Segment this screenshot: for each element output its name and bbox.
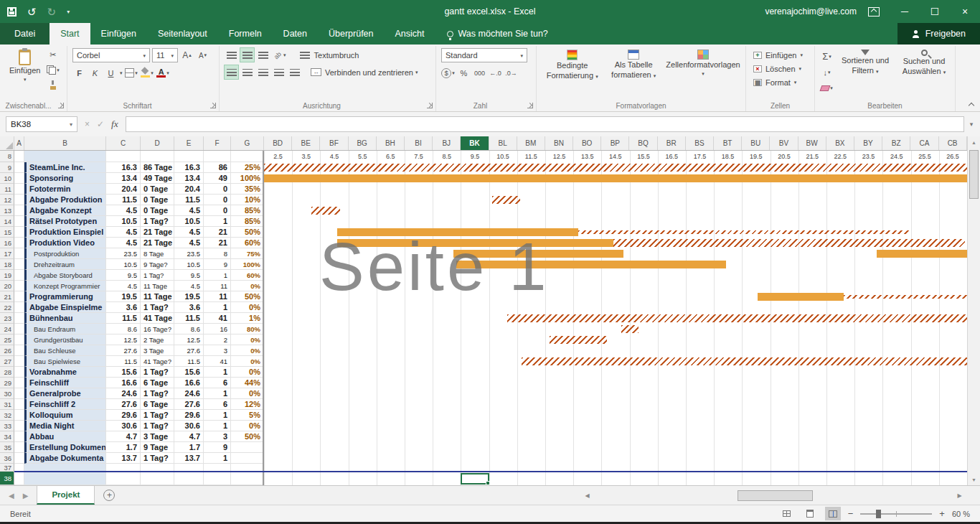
close-button[interactable]: × bbox=[950, 0, 980, 23]
cell-D32[interactable]: 1 Tag? bbox=[141, 410, 174, 421]
cell-F18[interactable]: 9 bbox=[204, 259, 231, 270]
cell-E38[interactable] bbox=[174, 472, 204, 485]
cell-E28[interactable]: 15.6 bbox=[174, 367, 204, 378]
cell-C9[interactable]: 16.3 bbox=[106, 162, 141, 173]
cell-C33[interactable]: 30.6 bbox=[106, 421, 141, 431]
cell-F24[interactable]: 16 bbox=[204, 324, 231, 334]
row-header-14[interactable]: 14 bbox=[0, 216, 14, 227]
cell-G25[interactable]: 0% bbox=[231, 334, 264, 345]
cell-date-BE8[interactable]: 3.5 bbox=[292, 151, 320, 162]
cell-C31[interactable]: 27.6 bbox=[106, 399, 141, 410]
cell-B20[interactable]: Konzept Programmier bbox=[24, 281, 106, 291]
cell-F22[interactable]: 1 bbox=[204, 302, 231, 313]
tell-me-search[interactable]: Was möchten Sie tun? bbox=[447, 23, 548, 45]
cell-A34[interactable] bbox=[14, 431, 24, 442]
cell-date-BT8[interactable]: 18.5 bbox=[714, 151, 742, 162]
formula-input[interactable] bbox=[126, 116, 964, 132]
font-name-select[interactable]: Corbel▾ bbox=[72, 48, 150, 62]
page-layout-view-button[interactable] bbox=[802, 507, 818, 520]
cell-date-BQ8[interactable]: 15.5 bbox=[629, 151, 657, 162]
column-header-BG[interactable]: BG bbox=[349, 136, 377, 150]
column-header-BJ[interactable]: BJ bbox=[433, 136, 461, 150]
cell-B8[interactable] bbox=[24, 151, 106, 162]
dialog-launcher-icon[interactable] bbox=[427, 103, 433, 108]
cell-date-BY8[interactable]: 23.5 bbox=[854, 151, 882, 162]
row-header-17[interactable]: 17 bbox=[0, 248, 14, 259]
cell-A9[interactable] bbox=[14, 162, 24, 173]
tab-seitenlayout[interactable]: Seitenlayout bbox=[147, 23, 218, 45]
cell-G35[interactable] bbox=[231, 442, 264, 453]
column-header-BF[interactable]: BF bbox=[320, 136, 348, 150]
cell-date-BF8[interactable]: 4.5 bbox=[320, 151, 348, 162]
cell-F10[interactable]: 49 bbox=[204, 173, 231, 184]
cell-E10[interactable]: 13.4 bbox=[174, 173, 204, 184]
grow-font-button[interactable]: A▴ bbox=[180, 49, 194, 62]
cell-E11[interactable]: 20.4 bbox=[174, 184, 204, 195]
sheet-area[interactable]: SteamLine Inc.16.386 Tage16.38625%Sponso… bbox=[14, 151, 967, 485]
row-header-12[interactable]: 12 bbox=[0, 195, 14, 205]
cell-A30[interactable] bbox=[14, 388, 24, 399]
cell-D20[interactable]: 11 Tage bbox=[141, 281, 174, 291]
cell-C35[interactable]: 1.7 bbox=[106, 442, 141, 453]
column-header-BY[interactable]: BY bbox=[854, 136, 882, 150]
cell-A31[interactable] bbox=[14, 399, 24, 410]
cell-F30[interactable]: 1 bbox=[204, 388, 231, 399]
cell-E22[interactable]: 3.6 bbox=[174, 302, 204, 313]
cell-A36[interactable] bbox=[14, 453, 24, 464]
cell-F25[interactable]: 2 bbox=[204, 334, 231, 345]
cell-B25[interactable]: Grundgerüstbau bbox=[24, 334, 106, 345]
cell-C11[interactable]: 20.4 bbox=[106, 184, 141, 195]
cell-B27[interactable]: Bau Spielwiese bbox=[24, 356, 106, 367]
select-all-corner[interactable] bbox=[0, 136, 14, 150]
cell-F9[interactable]: 86 bbox=[204, 162, 231, 173]
cell-D22[interactable]: 1 Tag? bbox=[141, 302, 174, 313]
format-cells-button[interactable]: ▦ Format▾ bbox=[751, 75, 811, 89]
row-header-22[interactable]: 22 bbox=[0, 302, 14, 313]
zoom-level[interactable]: 60 % bbox=[952, 510, 970, 518]
cell-D28[interactable]: 1 Tag? bbox=[141, 367, 174, 378]
cell-E24[interactable]: 8.6 bbox=[174, 324, 204, 334]
align-top-button[interactable] bbox=[225, 48, 238, 62]
cell-C20[interactable]: 4.5 bbox=[106, 281, 141, 291]
insert-cells-button[interactable]: + Einfügen▾ bbox=[751, 48, 811, 62]
cell-F33[interactable]: 1 bbox=[204, 421, 231, 431]
row-header-28[interactable]: 28 bbox=[0, 367, 14, 378]
cell-C8[interactable] bbox=[106, 151, 141, 162]
cell-G24[interactable]: 80% bbox=[231, 324, 264, 334]
cell-E18[interactable]: 10.5 bbox=[174, 259, 204, 270]
fill-color-button[interactable]: ▾ bbox=[141, 66, 154, 80]
cell-E35[interactable]: 1.7 bbox=[174, 442, 204, 453]
cell-B34[interactable]: Abbau bbox=[24, 431, 106, 442]
row-header-8[interactable]: 8 bbox=[0, 151, 14, 162]
cell-G13[interactable]: 85% bbox=[231, 205, 264, 216]
cell-C26[interactable]: 27.6 bbox=[106, 345, 141, 356]
vertical-scroll-thumb[interactable] bbox=[969, 150, 979, 199]
cell-A24[interactable] bbox=[14, 324, 24, 334]
cell-E17[interactable]: 23.5 bbox=[174, 248, 204, 259]
cell-F14[interactable]: 1 bbox=[204, 216, 231, 227]
cell-B28[interactable]: Vorabnahme bbox=[24, 367, 106, 378]
align-left-button[interactable] bbox=[225, 65, 238, 79]
column-header-BR[interactable]: BR bbox=[658, 136, 686, 150]
cell-A26[interactable] bbox=[14, 345, 24, 356]
cell-date-BW8[interactable]: 21.5 bbox=[798, 151, 826, 162]
cell-C29[interactable]: 16.6 bbox=[106, 378, 141, 388]
align-center-button[interactable] bbox=[240, 65, 254, 79]
delete-cells-button[interactable]: × Löschen▾ bbox=[751, 62, 811, 75]
normal-view-button[interactable] bbox=[779, 507, 795, 520]
cell-F26[interactable]: 3 bbox=[204, 345, 231, 356]
sheet-tab-projekt[interactable]: Projekt bbox=[37, 486, 95, 505]
cell-B23[interactable]: Bühnenbau bbox=[24, 313, 106, 324]
cell-E15[interactable]: 4.5 bbox=[174, 227, 204, 238]
cell-E12[interactable]: 11.5 bbox=[174, 195, 204, 205]
page-break-view-button[interactable] bbox=[825, 507, 841, 520]
cell-A8[interactable] bbox=[14, 151, 24, 162]
cell-A22[interactable] bbox=[14, 302, 24, 313]
dialog-launcher-icon[interactable] bbox=[210, 103, 216, 108]
cell-D30[interactable]: 1 Tag? bbox=[141, 388, 174, 399]
cell-A16[interactable] bbox=[14, 238, 24, 248]
cell-F23[interactable]: 41 bbox=[204, 313, 231, 324]
row-header-25[interactable]: 25 bbox=[0, 334, 14, 345]
row-header-15[interactable]: 15 bbox=[0, 227, 14, 238]
cell-D29[interactable]: 6 Tage bbox=[141, 378, 174, 388]
